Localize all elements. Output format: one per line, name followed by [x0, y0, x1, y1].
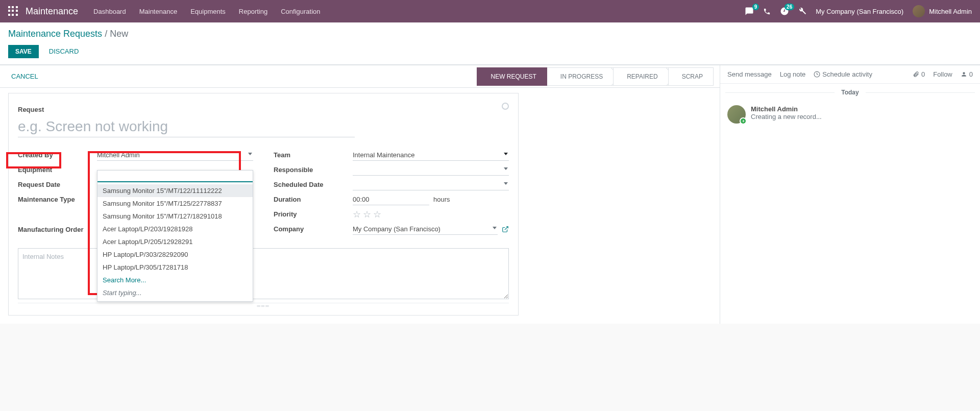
equipment-search-input[interactable]	[97, 171, 253, 182]
equipment-start-typing[interactable]: Start typing...	[97, 286, 253, 299]
schedule-activity-button[interactable]: Schedule activity	[814, 70, 872, 78]
kanban-state-toggle[interactable]	[502, 103, 509, 110]
equipment-option[interactable]: Samsung Monitor 15"/MT/127/18291018	[97, 210, 253, 223]
equipment-option[interactable]: Acer Laptop/LP/205/12928291	[97, 235, 253, 248]
created-by-label: Created By	[18, 151, 97, 159]
message-author: Mitchell Admin	[751, 105, 822, 113]
equipment-search-more[interactable]: Search More...	[97, 274, 253, 286]
star-icon[interactable]: ☆	[363, 209, 371, 220]
discard-button[interactable]: DISCARD	[45, 44, 83, 58]
company-selector[interactable]: My Company (San Francisco)	[816, 8, 903, 15]
duration-input[interactable]	[353, 194, 429, 205]
followers-button[interactable]: 0	[961, 70, 973, 78]
breadcrumb: Maintenance Requests / New	[8, 29, 972, 39]
request-label: Request	[18, 106, 509, 113]
follow-button[interactable]: Follow	[933, 70, 952, 78]
created-by-input[interactable]	[97, 150, 253, 161]
priority-stars: ☆ ☆ ☆	[353, 209, 509, 220]
presence-icon: ✈	[740, 117, 747, 125]
form-area: CANCEL NEW REQUEST IN PROGRESS REPAIRED …	[0, 65, 720, 324]
responsible-input[interactable]	[353, 164, 509, 176]
activities-icon[interactable]: 26	[780, 7, 789, 16]
app-brand[interactable]: Maintenance	[26, 6, 78, 17]
message-avatar-icon: ✈	[727, 105, 746, 124]
send-message-button[interactable]: Send message	[727, 70, 772, 78]
nav-reporting[interactable]: Reporting	[239, 8, 267, 15]
main: CANCEL NEW REQUEST IN PROGRESS REPAIRED …	[0, 65, 980, 324]
equipment-dropdown-list: Samsung Monitor 15"/MT/122/11112222 Sams…	[97, 182, 253, 301]
message-item: ✈ Mitchell Admin Creating a new record..…	[720, 101, 980, 128]
left-column: Created By Equipment	[18, 148, 253, 237]
action-bar: CANCEL NEW REQUEST IN PROGRESS REPAIRED …	[0, 65, 720, 88]
messages-badge: 9	[752, 4, 760, 10]
equipment-option[interactable]: HP Laptop/LP/305/17281718	[97, 261, 253, 274]
nav-dashboard[interactable]: Dashboard	[93, 8, 126, 15]
debug-icon[interactable]	[798, 7, 806, 15]
nav-right: 9 26 My Company (San Francisco) Mitchell…	[745, 5, 972, 17]
star-icon[interactable]: ☆	[373, 209, 381, 220]
scheduled-date-input[interactable]	[353, 179, 509, 190]
save-button[interactable]: SAVE	[8, 45, 39, 58]
cancel-button[interactable]: CANCEL	[6, 69, 43, 83]
scheduled-date-label: Scheduled Date	[274, 181, 353, 188]
message-text: Creating a new record...	[751, 113, 822, 120]
equipment-option[interactable]: Samsung Monitor 15"/MT/125/22778837	[97, 197, 253, 210]
chatter-topbar: Send message Log note Schedule activity …	[720, 65, 980, 84]
user-name: Mitchell Admin	[929, 8, 972, 15]
status-new-request[interactable]: NEW REQUEST	[477, 67, 547, 86]
company-label: Company	[274, 225, 353, 233]
phone-icon[interactable]	[763, 8, 771, 15]
responsible-label: Responsible	[274, 166, 353, 174]
person-icon	[961, 71, 967, 78]
resize-grip-icon: ═══	[18, 303, 509, 306]
nav-equipments[interactable]: Equipments	[190, 8, 226, 15]
team-input[interactable]	[353, 150, 509, 161]
user-menu[interactable]: Mitchell Admin	[913, 5, 972, 17]
internal-notes-input[interactable]	[18, 248, 509, 299]
status-repaired[interactable]: REPAIRED	[614, 67, 668, 86]
right-column: Team Responsible	[274, 148, 509, 237]
equipment-option[interactable]: Samsung Monitor 15"/MT/122/11112222	[97, 184, 253, 197]
statusbar: NEW REQUEST IN PROGRESS REPAIRED SCRAP	[477, 67, 714, 86]
request-date-label: Request Date	[18, 181, 97, 188]
nav-links: Dashboard Maintenance Equipments Reporti…	[93, 8, 320, 15]
attachments-button[interactable]: 0	[913, 70, 925, 78]
star-icon[interactable]: ☆	[353, 209, 361, 220]
status-scrap[interactable]: SCRAP	[669, 67, 714, 86]
duration-unit: hours	[433, 196, 450, 203]
breadcrumb-sep: /	[102, 29, 110, 39]
log-note-button[interactable]: Log note	[780, 70, 806, 78]
equipment-option[interactable]: Acer Laptop/LP/203/19281928	[97, 223, 253, 235]
control-panel: Maintenance Requests / New SAVE DISCARD	[0, 22, 980, 65]
breadcrumb-root[interactable]: Maintenance Requests	[8, 29, 102, 39]
maintenance-type-label: Maintenance Type	[18, 196, 97, 203]
apps-icon[interactable]	[8, 6, 18, 16]
clock-icon	[814, 71, 820, 78]
user-avatar-icon	[913, 5, 925, 17]
navbar: Maintenance Dashboard Maintenance Equipm…	[0, 0, 980, 22]
company-input[interactable]	[353, 224, 498, 235]
manufacturing-order-label: Manufacturing Order	[18, 226, 97, 233]
equipment-dropdown: Samsung Monitor 15"/MT/122/11112222 Sams…	[97, 170, 253, 302]
nav-maintenance[interactable]: Maintenance	[139, 8, 177, 15]
equipment-option[interactable]: HP Laptop/LP/303/28292090	[97, 248, 253, 261]
external-link-icon[interactable]	[502, 226, 509, 233]
nav-configuration[interactable]: Configuration	[281, 8, 320, 15]
equipment-label: Equipment	[18, 166, 97, 174]
chatter: Send message Log note Schedule activity …	[720, 65, 980, 324]
priority-label: Priority	[274, 210, 353, 218]
chatter-date-separator: Today	[720, 84, 980, 101]
breadcrumb-current: New	[110, 29, 128, 39]
messages-icon[interactable]: 9	[745, 7, 754, 16]
duration-label: Duration	[274, 196, 353, 203]
activities-badge: 26	[785, 4, 794, 10]
team-label: Team	[274, 151, 353, 159]
form-sheet: Request Created By Equipment	[8, 93, 519, 316]
status-in-progress[interactable]: IN PROGRESS	[547, 67, 614, 86]
paperclip-icon	[913, 71, 919, 78]
request-title-input[interactable]	[18, 116, 355, 137]
